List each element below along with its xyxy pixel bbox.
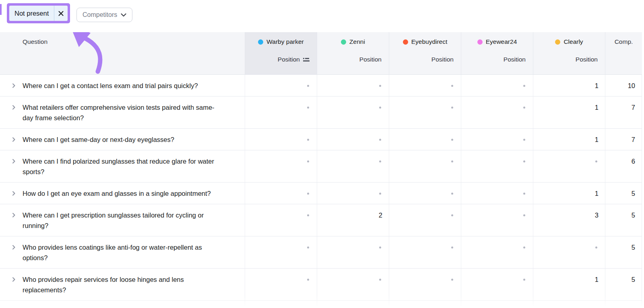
position-cell: 1 — [533, 97, 605, 128]
position-cell — [317, 236, 389, 268]
comp-cell: 5 — [605, 183, 642, 204]
competitors-dropdown-label: Competitors — [83, 11, 117, 18]
not-present-dot — [523, 214, 525, 216]
table-row[interactable]: Where can I get a contact lens exam and … — [0, 74, 642, 96]
question-cell: How do I get an eye exam and glasses in … — [0, 183, 245, 204]
not-present-dot — [451, 214, 453, 216]
annotation-edge-fragment — [0, 4, 2, 15]
table-header: Question Warby parker Position Zenni Pos… — [0, 32, 642, 74]
not-present-dot — [379, 193, 381, 195]
comp-cell: 7 — [605, 97, 642, 128]
not-present-dot — [307, 85, 309, 87]
table-row[interactable]: Where can I find polarized sunglasses th… — [0, 150, 642, 182]
not-present-dot — [379, 107, 381, 109]
comp-cell: 5 — [605, 236, 642, 268]
chevron-right-icon — [11, 83, 17, 88]
expand-row-button[interactable] — [11, 212, 17, 218]
position-cell — [461, 150, 533, 182]
expand-row-button[interactable] — [11, 137, 17, 142]
chevron-right-icon — [11, 105, 17, 110]
not-present-dot — [523, 279, 525, 281]
comp-cell: 5 — [605, 269, 642, 300]
remove-filter-button[interactable] — [54, 6, 68, 21]
not-present-dot — [307, 193, 309, 195]
questions-table: Question Warby parker Position Zenni Pos… — [0, 32, 642, 308]
chevron-right-icon — [11, 212, 17, 218]
position-cell — [245, 269, 317, 300]
position-cell — [389, 150, 461, 182]
position-cell — [389, 97, 461, 128]
table-row[interactable]: Who provides lens coatings like anti-fog… — [0, 236, 642, 268]
question-cell: Who provides repair services for loose h… — [0, 269, 245, 300]
chevron-right-icon — [11, 137, 17, 142]
question-text: Who provides lens coatings like anti-fog… — [23, 242, 225, 263]
annotation-highlight-box: Not present — [7, 3, 70, 23]
not-present-dot — [451, 279, 453, 281]
table-body: Where can I get a contact lens exam and … — [0, 74, 642, 308]
position-cell: 2 — [317, 204, 389, 236]
question-text: What retailers offer comprehensive visio… — [23, 102, 225, 123]
expand-row-button[interactable] — [11, 105, 17, 110]
chevron-right-icon — [11, 191, 17, 196]
brand-dot — [477, 39, 483, 45]
not-present-dot — [451, 246, 453, 248]
expand-row-button[interactable] — [11, 158, 17, 164]
column-header: Zenni Position — [317, 32, 389, 74]
position-cell: 1 — [533, 183, 605, 204]
brand-dot — [403, 39, 408, 45]
brand-dot — [341, 39, 346, 45]
position-cell — [461, 183, 533, 204]
table-row[interactable]: How do I get an eye exam and glasses in … — [0, 182, 642, 204]
chevron-down-icon — [121, 13, 126, 17]
not-present-dot — [523, 246, 525, 248]
position-cell — [317, 129, 389, 150]
position-sort-header[interactable]: Position — [576, 56, 605, 63]
table-row[interactable]: Where can I get same-day or next-day eye… — [0, 128, 642, 150]
position-sort-header[interactable]: Position — [431, 56, 461, 63]
sort-icon — [303, 58, 310, 62]
position-cell — [389, 75, 461, 96]
position-sort-header[interactable]: Position — [278, 56, 317, 63]
position-cell — [389, 269, 461, 300]
column-header: Warby parker Position — [245, 32, 317, 74]
filter-toolbar: Not present Competitors — [0, 0, 644, 32]
position-cell: 1 — [533, 75, 605, 96]
brand-dot — [555, 39, 560, 45]
table-row[interactable]: Who provides repair services for loose h… — [0, 268, 642, 300]
brand-name: Eyewear24 — [486, 38, 517, 45]
position-cell — [317, 97, 389, 128]
position-cell — [317, 75, 389, 96]
not-present-dot — [451, 193, 453, 195]
not-present-dot — [307, 107, 309, 109]
question-cell: What retailers offer comprehensive visio… — [0, 97, 245, 128]
expand-row-button[interactable] — [11, 83, 17, 88]
position-cell — [461, 97, 533, 128]
position-cell — [461, 75, 533, 96]
page: Not present Competitors Question Warby p… — [0, 0, 644, 308]
not-present-dot — [379, 160, 381, 162]
not-present-dot — [451, 85, 453, 87]
brand-name: Clearly — [564, 38, 583, 45]
position-sort-header[interactable]: Position — [504, 56, 533, 63]
not-present-dot — [451, 139, 453, 141]
table-row[interactable]: Where can I get prescription sunglasses … — [0, 204, 642, 236]
not-present-dot — [307, 279, 309, 281]
position-cell — [317, 150, 389, 182]
position-cell — [245, 236, 317, 268]
question-text: Who provides repair services for loose h… — [23, 274, 225, 295]
expand-row-button[interactable] — [11, 191, 17, 196]
filter-chip-label: Not present — [9, 6, 54, 21]
comp-cell: 5 — [605, 204, 642, 236]
not-present-dot — [451, 107, 453, 109]
not-present-dot — [523, 85, 525, 87]
expand-row-button[interactable] — [11, 277, 17, 282]
table-row[interactable]: What retailers offer comprehensive visio… — [0, 96, 642, 128]
competitors-dropdown[interactable]: Competitors — [76, 8, 132, 22]
position-cell — [389, 129, 461, 150]
position-sort-header[interactable]: Position — [359, 56, 389, 63]
brand-name: Zenni — [349, 38, 365, 45]
position-cell — [389, 204, 461, 236]
expand-row-button[interactable] — [11, 244, 17, 250]
position-cell — [245, 97, 317, 128]
filter-chip[interactable]: Not present — [9, 6, 68, 21]
